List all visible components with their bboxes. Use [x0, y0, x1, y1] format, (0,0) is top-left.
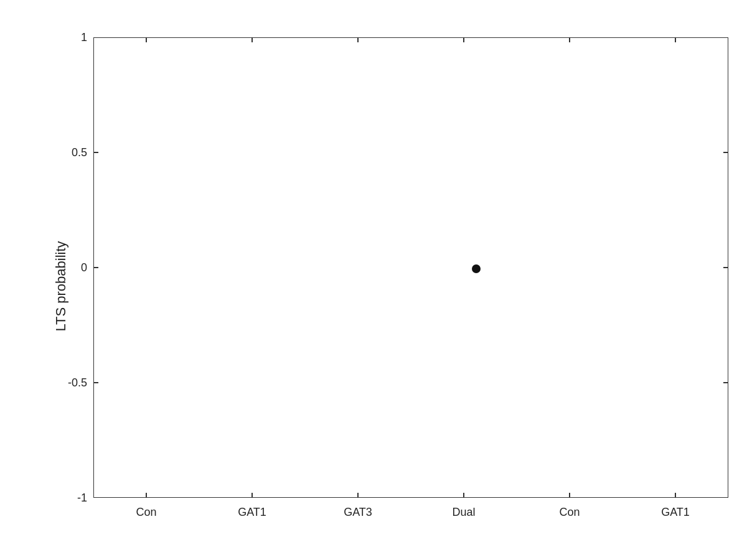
- y-tick-label-n1: -1: [77, 492, 87, 505]
- x-label-con1: Con: [93, 506, 199, 519]
- plot-area: [93, 37, 728, 498]
- x-label-dual: Dual: [411, 506, 517, 519]
- x-label-gat1-2: GAT1: [622, 506, 728, 519]
- svg-point-23: [472, 264, 481, 273]
- chart-wrapper: LTS probability: [50, 31, 735, 541]
- y-axis-labels: 1 0.5 0 -0.5 -1: [50, 37, 90, 498]
- y-tick-label-1: 1: [81, 31, 87, 44]
- chart-container: LTS probability: [0, 0, 747, 560]
- y-tick-label-05: 0.5: [72, 146, 87, 159]
- x-label-gat1-1: GAT1: [199, 506, 305, 519]
- svg-rect-0: [93, 37, 728, 498]
- x-label-con2: Con: [517, 506, 622, 519]
- x-label-gat3: GAT3: [305, 506, 411, 519]
- x-axis-labels: Con GAT1 GAT3 Dual Con GAT1: [93, 501, 728, 541]
- y-tick-label-0: 0: [81, 261, 87, 274]
- y-tick-label-n05: -0.5: [68, 376, 87, 390]
